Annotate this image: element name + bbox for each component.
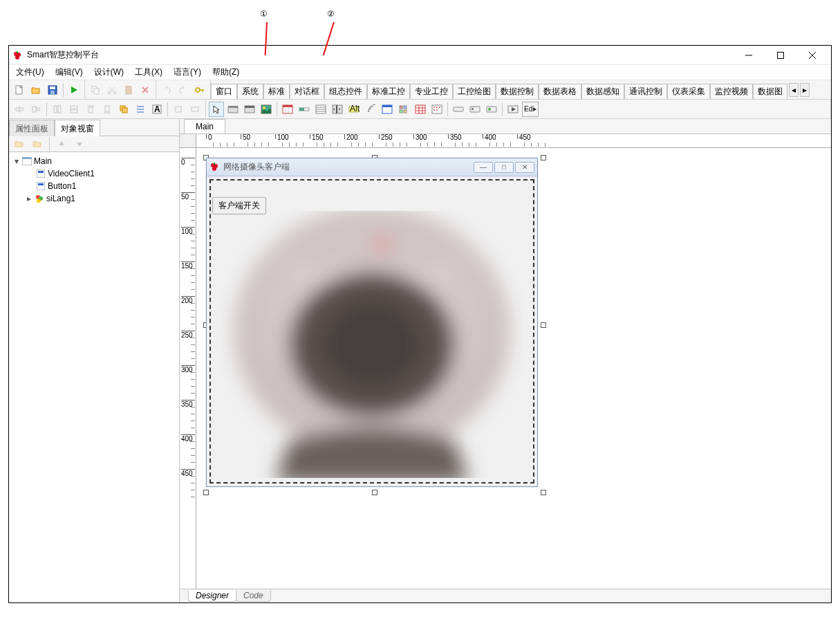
align-tool-9[interactable] [171,102,186,117]
tab-scroll-right[interactable]: ▸ [800,83,810,97]
cat-tab-pro-industrial[interactable]: 专业工控 [410,84,453,99]
delete-button[interactable] [138,82,153,98]
comp-image[interactable] [259,102,274,117]
menu-language[interactable]: 语言(Y) [169,65,205,80]
form-titlebar: 网络摄像头客户端 ― □ ✕ [207,158,537,176]
cat-tab-config-control[interactable]: 组态控件 [324,84,367,99]
form-maximize[interactable]: □ [494,162,514,173]
tree-node-videoclient1[interactable]: VideoClient1 [10,167,178,180]
tree-tool-up[interactable] [54,136,69,151]
align-tool-5[interactable] [83,102,98,117]
comp-divider[interactable] [330,102,345,117]
text-tool[interactable]: A [149,102,165,117]
designed-form[interactable]: 网络摄像头客户端 ― □ ✕ 客户端开关 [206,158,538,487]
comp-signal[interactable] [363,102,378,117]
resize-handle[interactable] [203,490,209,495]
bottom-tab-designer[interactable]: Designer [188,590,236,602]
comp-window[interactable] [380,102,395,117]
comp-panel[interactable] [225,102,241,117]
cat-tab-industrial-drawing[interactable]: 工控绘图 [453,84,496,99]
svg-rect-101 [38,171,44,173]
doc-tab-main[interactable]: Main [184,119,225,133]
tab-object-view[interactable]: 对象视窗 [55,120,100,136]
align-tool-1[interactable] [12,102,27,117]
comp-alt-text[interactable]: Alt [346,102,362,117]
comp-play[interactable] [505,102,521,117]
tree-tool-folder-2[interactable] [30,136,45,151]
svg-rect-8 [778,52,784,58]
video-client-component[interactable] [215,211,529,478]
align-tool-duplicate[interactable] [116,102,131,117]
tree-tool-folder-1[interactable] [12,136,27,151]
comp-dots[interactable] [429,102,445,117]
tree-label-videoclient: VideoClient1 [48,169,95,178]
cat-tab-standard[interactable]: 标准 [263,84,290,99]
cat-tab-data-grid[interactable]: 数据表格 [539,84,581,99]
comp-table[interactable] [413,102,428,117]
cat-tab-std-industrial[interactable]: 标准工控 [367,84,410,99]
tree-node-silang1[interactable]: ▸ siLang1 [10,192,178,205]
cat-tab-dialog[interactable]: 对话框 [290,84,324,99]
tree-node-button1[interactable]: Button1 [10,180,178,192]
tree-label-silang1: siLang1 [46,194,75,203]
comp-button-1[interactable] [451,102,466,117]
menu-design[interactable]: 设计(W) [90,65,128,80]
bottom-tab-code[interactable]: Code [236,590,271,602]
tab-property-panel[interactable]: 属性面板 [9,120,55,136]
align-tool-10[interactable] [187,102,203,117]
cat-tab-monitor-video[interactable]: 监控视频 [710,84,753,99]
cat-tab-data-control[interactable]: 数据控制 [496,84,539,99]
svg-point-113 [377,239,388,250]
undo-button[interactable] [159,82,174,98]
align-tool-3[interactable] [50,102,65,117]
comp-list[interactable] [313,102,328,117]
comp-edit-text[interactable]: Edi▸ [522,102,539,117]
save-button[interactable] [45,82,60,98]
cut-button[interactable] [104,82,120,98]
pointer-tool[interactable] [209,102,224,117]
svg-point-85 [436,107,438,108]
comp-calendar[interactable] [280,102,295,117]
menu-edit[interactable]: 编辑(V) [51,65,87,80]
tree-node-main[interactable]: ▾ Main [10,155,178,167]
resize-handle[interactable] [541,490,546,495]
cat-tab-window[interactable]: 窗口 [211,84,237,99]
cat-tab-system[interactable]: 系统 [237,84,263,99]
comp-progress[interactable] [297,102,312,117]
design-canvas[interactable]: 050100150200250300350400450 050100150200… [180,134,831,589]
resize-handle[interactable] [372,490,377,495]
svg-point-26 [196,88,200,92]
align-tool-list[interactable] [133,102,148,117]
comp-panel-2[interactable] [242,102,257,117]
resize-handle[interactable] [541,155,546,160]
form-minimize[interactable]: ― [474,162,493,173]
tree-tool-down[interactable] [72,136,87,151]
cat-tab-data-chart[interactable]: 数据图 [753,84,787,99]
tab-scroll-left[interactable]: ◂ [789,83,799,97]
cat-tab-instrument[interactable]: 仪表采集 [667,84,710,99]
align-tool-4[interactable] [66,102,82,117]
comp-grid[interactable] [396,102,411,117]
copy-button[interactable] [88,82,103,98]
minimize-button[interactable] [733,46,765,65]
new-button[interactable] [12,82,27,98]
run-button[interactable] [66,82,82,98]
redo-button[interactable] [176,82,191,98]
cat-tab-data-aware[interactable]: 数据感知 [581,84,624,99]
menu-tools[interactable]: 工具(X) [131,65,167,80]
align-tool-6[interactable] [100,102,115,117]
menu-help[interactable]: 帮助(Z) [208,65,243,80]
paste-button[interactable] [121,82,136,98]
comp-button-2[interactable] [467,102,483,117]
form-close[interactable]: ✕ [515,162,534,173]
key-button[interactable] [192,82,207,98]
open-button[interactable] [28,82,44,98]
menu-file[interactable]: 文件(U) [12,65,48,80]
svg-marker-15 [71,86,77,93]
close-button[interactable] [796,46,828,65]
maximize-button[interactable] [765,46,796,65]
resize-handle[interactable] [541,322,546,328]
cat-tab-comm-control[interactable]: 通讯控制 [624,84,667,99]
align-tool-2[interactable] [28,102,44,117]
comp-button-3[interactable] [484,102,499,117]
